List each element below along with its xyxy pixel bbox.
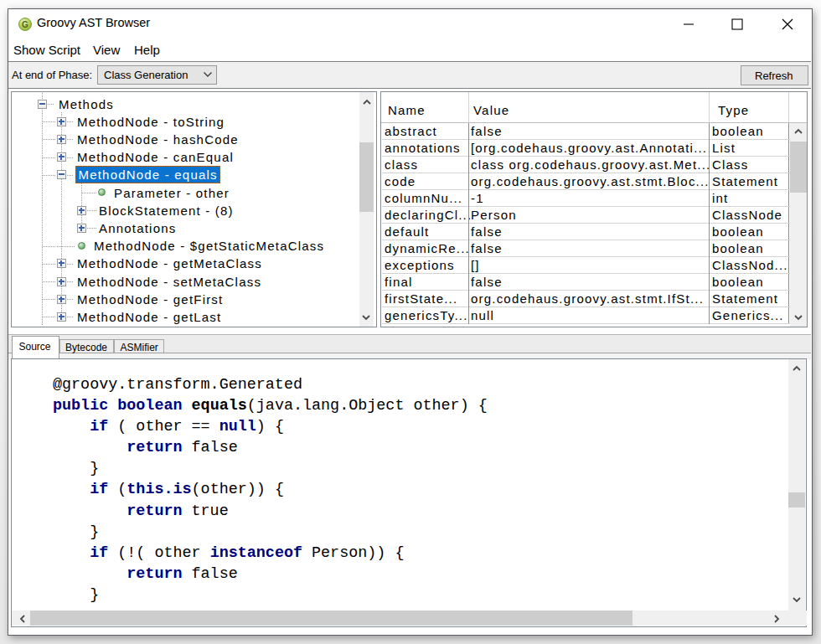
svg-text:G: G xyxy=(22,20,28,29)
